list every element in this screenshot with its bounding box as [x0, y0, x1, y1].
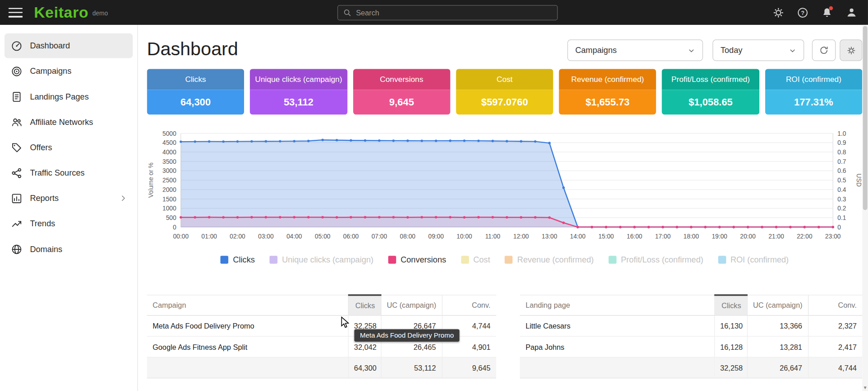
refresh-button[interactable] [812, 39, 835, 61]
metric-value: $1,655.73 [559, 90, 656, 114]
gear-icon [846, 45, 856, 55]
svg-text:08:00: 08:00 [400, 233, 416, 240]
date-range-select[interactable]: Today [713, 39, 804, 61]
campaigns-filter-select[interactable]: Campaigns [567, 39, 703, 61]
sidebar-item-traffic-sources[interactable]: Traffic Sources [5, 160, 133, 185]
metric-card-cost: Cost $597.0760 [456, 69, 553, 114]
chevron-down-icon [789, 47, 796, 54]
svg-text:0.2: 0.2 [838, 205, 846, 212]
svg-text:4000: 4000 [163, 149, 177, 156]
legend-item-conversions[interactable]: Conversions [388, 255, 446, 264]
scrollbar-track[interactable]: ▼ [862, 25, 868, 391]
sidebar-item-landings-pages[interactable]: Landings Pages [5, 84, 133, 109]
sidebar-item-trends[interactable]: Trends [5, 211, 133, 236]
svg-text:3500: 3500 [163, 158, 177, 165]
search-input[interactable] [356, 9, 552, 17]
svg-text:03:00: 03:00 [258, 233, 274, 240]
svg-text:20:00: 20:00 [740, 233, 756, 240]
sidebar-item-campaigns[interactable]: Campaigns [5, 59, 133, 84]
scrollbar-thumb[interactable] [863, 26, 868, 210]
legend-item-roi-confirmed[interactable]: ROI (confirmed) [718, 255, 789, 264]
legend-item-unique-clicks-campaign[interactable]: Unique clicks (campaign) [269, 255, 374, 264]
column-header-clicks[interactable]: Clicks [714, 295, 747, 315]
row-value: 13,366 [747, 315, 808, 336]
sidebar-item-affiliate-networks[interactable]: Affiliate Networks [5, 110, 133, 134]
gear-icon[interactable] [772, 6, 785, 19]
metric-cards: Clicks 64,300 Unique clicks (campaign) 5… [147, 69, 862, 114]
bell-icon[interactable] [820, 6, 834, 19]
reports-icon [10, 192, 22, 204]
logo[interactable]: Keitaro demo [34, 5, 108, 20]
page-title: Dashboard [147, 38, 238, 60]
svg-text:09:00: 09:00 [428, 233, 444, 240]
table-row[interactable]: Papa Johns16,12813,2812,417 [520, 336, 862, 357]
legend-item-clicks[interactable]: Clicks [221, 255, 255, 264]
metric-card-conversions: Conversions 9,645 [353, 69, 450, 114]
row-name[interactable]: Google Ads Fitness App Split [147, 336, 348, 357]
metric-card-profit-loss-confirmed: Profit/Loss (confirmed) $1,058.65 [662, 69, 759, 114]
metric-card-clicks: Clicks 64,300 [147, 69, 244, 114]
legend-item-cost[interactable]: Cost [461, 255, 490, 264]
column-header-landing-page[interactable]: Landing page [520, 295, 714, 315]
chart-container[interactable]: 005000.110000.215000.320000.425000.53000… [147, 127, 862, 243]
total-value: 64,300 [348, 357, 381, 378]
svg-text:1500: 1500 [163, 196, 177, 203]
column-header-conv[interactable]: Conv. [442, 295, 496, 315]
legend-label: Unique clicks (campaign) [282, 255, 374, 264]
column-header-uc-campaign[interactable]: UC (campaign) [381, 295, 442, 315]
row-value: 2,417 [808, 336, 863, 357]
sidebar-item-label: Reports [30, 194, 58, 203]
svg-text:0.7: 0.7 [838, 158, 846, 165]
svg-text:10:00: 10:00 [456, 233, 472, 240]
account-icon[interactable] [845, 6, 858, 19]
hamburger-menu-icon[interactable] [9, 8, 23, 17]
affiliates-icon [10, 116, 22, 128]
dashboard-settings-button[interactable] [840, 39, 863, 61]
row-name[interactable]: Little Caesars [520, 315, 714, 336]
svg-text:22:00: 22:00 [797, 233, 813, 240]
traffic-icon [10, 167, 22, 179]
legend-swatch [269, 256, 277, 263]
svg-text:0: 0 [838, 224, 841, 231]
column-header-campaign[interactable]: Campaign [147, 295, 348, 315]
help-icon[interactable]: ? [796, 6, 809, 19]
sidebar-item-dashboard[interactable]: Dashboard [5, 33, 133, 58]
svg-text:13:00: 13:00 [542, 233, 557, 240]
mouse-cursor [341, 316, 350, 329]
legend-label: Cost [473, 255, 490, 264]
svg-text:0: 0 [173, 224, 177, 231]
metric-label: Revenue (confirmed) [559, 69, 656, 90]
svg-text:2500: 2500 [163, 177, 177, 184]
svg-text:4500: 4500 [163, 139, 177, 146]
metric-value: 177.31% [765, 90, 862, 114]
row-name[interactable]: Meta Ads Food Delivery Promo [147, 315, 348, 336]
landing-pages-table: Landing pageClicksUC (campaign)Conv.Litt… [520, 294, 862, 378]
legend-swatch [718, 256, 726, 263]
row-name[interactable]: Papa Johns [520, 336, 714, 357]
search-icon [343, 9, 352, 17]
scroll-down-arrow[interactable]: ▼ [862, 385, 868, 391]
row-value: 2,327 [808, 315, 863, 336]
sidebar-item-reports[interactable]: Reports [5, 186, 133, 211]
metric-label: Conversions [353, 69, 450, 90]
svg-text:0.3: 0.3 [838, 196, 846, 203]
legend-item-profit-loss-confirmed[interactable]: Profit/Loss (confirmed) [609, 255, 703, 264]
column-header-conv[interactable]: Conv. [808, 295, 863, 315]
table-row[interactable]: Little Caesars16,13013,3662,327 [520, 315, 862, 336]
svg-text:0.8: 0.8 [838, 149, 846, 156]
svg-text:500: 500 [166, 215, 176, 221]
svg-text:17:00: 17:00 [655, 233, 671, 240]
domains-icon [10, 243, 22, 255]
landings-icon [10, 91, 22, 103]
svg-text:0.6: 0.6 [838, 167, 846, 174]
column-header-clicks[interactable]: Clicks [348, 295, 381, 315]
sidebar-item-domains[interactable]: Domains [5, 237, 133, 262]
column-header-uc-campaign[interactable]: UC (campaign) [747, 295, 808, 315]
svg-text:23:00: 23:00 [825, 233, 841, 240]
date-range-value: Today [720, 46, 742, 55]
legend-item-revenue-confirmed[interactable]: Revenue (confirmed) [505, 255, 594, 264]
sidebar-item-offers[interactable]: Offers [5, 135, 133, 160]
chevron-right-icon [119, 194, 127, 202]
legend-swatch [505, 256, 513, 263]
metric-value: 64,300 [147, 90, 244, 114]
